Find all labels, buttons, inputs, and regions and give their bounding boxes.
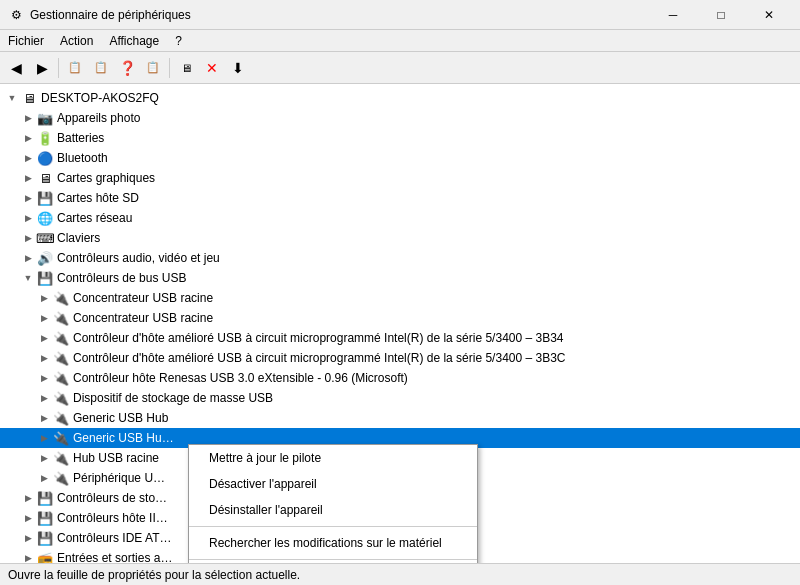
device-label: Contrôleurs hôte II… (57, 511, 168, 525)
toolbar-down[interactable]: ⬇ (226, 56, 250, 80)
expand-icon[interactable]: ▶ (36, 290, 52, 306)
computer-icon: 🖥 (20, 90, 38, 106)
close-button[interactable]: ✕ (746, 0, 792, 30)
tree-item[interactable]: ▼ 💾 Contrôleurs de bus USB (0, 268, 800, 288)
device-label: Generic USB Hub (73, 411, 168, 425)
expand-icon[interactable]: ▶ (36, 470, 52, 486)
context-menu-item[interactable]: Rechercher les modifications sur le maté… (189, 530, 477, 556)
tree-item[interactable]: ▶ 🔌 Concentrateur USB racine (0, 288, 800, 308)
device-label: Contrôleurs audio, vidéo et jeu (57, 251, 220, 265)
tree-item[interactable]: ▶ 🔌 Contrôleur d'hôte amélioré USB à cir… (0, 348, 800, 368)
expand-icon[interactable]: ▶ (20, 170, 36, 186)
device-label: Périphérique U… (73, 471, 165, 485)
menu-fichier[interactable]: Fichier (0, 32, 52, 50)
main-content: ▼ 🖥 DESKTOP-AKOS2FQ ▶ 📷 Appareils photo … (0, 84, 800, 563)
expand-icon[interactable]: ▶ (36, 330, 52, 346)
menu-bar: Fichier Action Affichage ? (0, 30, 800, 52)
tree-item[interactable]: ▶ 📷 Appareils photo (0, 108, 800, 128)
expand-icon[interactable]: ▶ (20, 250, 36, 266)
tree-item[interactable]: ▶ ⌨ Claviers (0, 228, 800, 248)
device-icon: 💾 (36, 490, 54, 506)
tree-item[interactable]: ▶ 🔵 Bluetooth (0, 148, 800, 168)
minimize-button[interactable]: ─ (650, 0, 696, 30)
expand-icon[interactable]: ▶ (20, 550, 36, 563)
toolbar: ◀ ▶ 📋 📋 ❓ 📋 🖥 ✕ ⬇ (0, 52, 800, 84)
toolbar-forward[interactable]: ▶ (30, 56, 54, 80)
expand-icon[interactable]: ▶ (36, 430, 52, 446)
expand-icon[interactable]: ▶ (20, 230, 36, 246)
title-bar: ⚙ Gestionnaire de périphériques ─ □ ✕ (0, 0, 800, 30)
tree-item[interactable]: ▶ 🌐 Cartes réseau (0, 208, 800, 228)
context-menu: Mettre à jour le piloteDésactiver l'appa… (188, 444, 478, 563)
device-icon: ⌨ (36, 230, 54, 246)
tree-item[interactable]: ▶ 💾 Cartes hôte SD (0, 188, 800, 208)
expand-icon[interactable]: ▶ (36, 310, 52, 326)
expand-icon[interactable]: ▶ (36, 390, 52, 406)
expand-icon[interactable]: ▶ (20, 130, 36, 146)
toolbar-help[interactable]: ❓ (115, 56, 139, 80)
expand-icon[interactable]: ▼ (20, 270, 36, 286)
root-expand-icon[interactable]: ▼ (4, 90, 20, 106)
device-icon: 🔊 (36, 250, 54, 266)
toolbar-btn3[interactable]: 📋 (141, 56, 165, 80)
toolbar-btn1[interactable]: 📋 (63, 56, 87, 80)
tree-item[interactable]: ▶ 🔌 Contrôleur d'hôte amélioré USB à cir… (0, 328, 800, 348)
expand-icon[interactable]: ▶ (20, 210, 36, 226)
toolbar-btn2[interactable]: 📋 (89, 56, 113, 80)
toolbar-screen[interactable]: 🖥 (174, 56, 198, 80)
expand-icon[interactable]: ▶ (36, 450, 52, 466)
device-icon: 💾 (36, 530, 54, 546)
tree-item[interactable]: ▶ 🔋 Batteries (0, 128, 800, 148)
tree-item[interactable]: ▶ 🔌 Concentrateur USB racine (0, 308, 800, 328)
device-icon: 🔌 (52, 430, 70, 446)
menu-affichage[interactable]: Affichage (101, 32, 167, 50)
tree-item[interactable]: ▶ 🔌 Generic USB Hub (0, 408, 800, 428)
tree-item[interactable]: ▶ 🔌 Dispositif de stockage de masse USB (0, 388, 800, 408)
status-bar: Ouvre la feuille de propriétés pour la s… (0, 563, 800, 585)
device-label: Contrôleur d'hôte amélioré USB à circuit… (73, 331, 564, 345)
device-label: Batteries (57, 131, 104, 145)
expand-icon[interactable]: ▶ (36, 410, 52, 426)
menu-help[interactable]: ? (167, 32, 190, 50)
expand-icon[interactable]: ▶ (20, 190, 36, 206)
toolbar-back[interactable]: ◀ (4, 56, 28, 80)
device-icon: 📷 (36, 110, 54, 126)
tree-item[interactable]: ▶ 🔊 Contrôleurs audio, vidéo et jeu (0, 248, 800, 268)
context-menu-item[interactable]: Désinstaller l'appareil (189, 497, 477, 523)
device-label: Appareils photo (57, 111, 140, 125)
context-menu-separator (189, 559, 477, 560)
context-menu-item[interactable]: Désactiver l'appareil (189, 471, 477, 497)
expand-icon[interactable]: ▶ (20, 530, 36, 546)
device-icon: 🔌 (52, 410, 70, 426)
device-label: Cartes graphiques (57, 171, 155, 185)
device-icon: 🔋 (36, 130, 54, 146)
maximize-button[interactable]: □ (698, 0, 744, 30)
expand-icon[interactable]: ▶ (36, 370, 52, 386)
expand-icon[interactable]: ▶ (20, 490, 36, 506)
context-menu-item[interactable]: Mettre à jour le pilote (189, 445, 477, 471)
expand-icon[interactable]: ▶ (20, 110, 36, 126)
expand-icon[interactable]: ▶ (36, 350, 52, 366)
app-icon: ⚙ (8, 7, 24, 23)
menu-action[interactable]: Action (52, 32, 101, 50)
device-label: Cartes hôte SD (57, 191, 139, 205)
toolbar-remove[interactable]: ✕ (200, 56, 224, 80)
device-icon: 💾 (36, 270, 54, 286)
expand-icon[interactable]: ▶ (20, 150, 36, 166)
device-icon: 🔌 (52, 390, 70, 406)
device-label: Contrôleurs de sto… (57, 491, 167, 505)
tree-root[interactable]: ▼ 🖥 DESKTOP-AKOS2FQ (0, 88, 800, 108)
device-label: Bluetooth (57, 151, 108, 165)
tree-item[interactable]: ▶ 🖥 Cartes graphiques (0, 168, 800, 188)
tree-item[interactable]: ▶ 🔌 Contrôleur hôte Renesas USB 3.0 eXte… (0, 368, 800, 388)
device-label: Cartes réseau (57, 211, 132, 225)
device-icon: 🔌 (52, 350, 70, 366)
expand-icon[interactable]: ▶ (20, 510, 36, 526)
device-icon: 🖥 (36, 170, 54, 186)
device-label: Claviers (57, 231, 100, 245)
device-label: Entrées et sorties a… (57, 551, 172, 563)
device-icon: 📻 (36, 550, 54, 563)
device-label: Contrôleurs de bus USB (57, 271, 186, 285)
root-label: DESKTOP-AKOS2FQ (41, 91, 159, 105)
device-icon: 🔌 (52, 310, 70, 326)
